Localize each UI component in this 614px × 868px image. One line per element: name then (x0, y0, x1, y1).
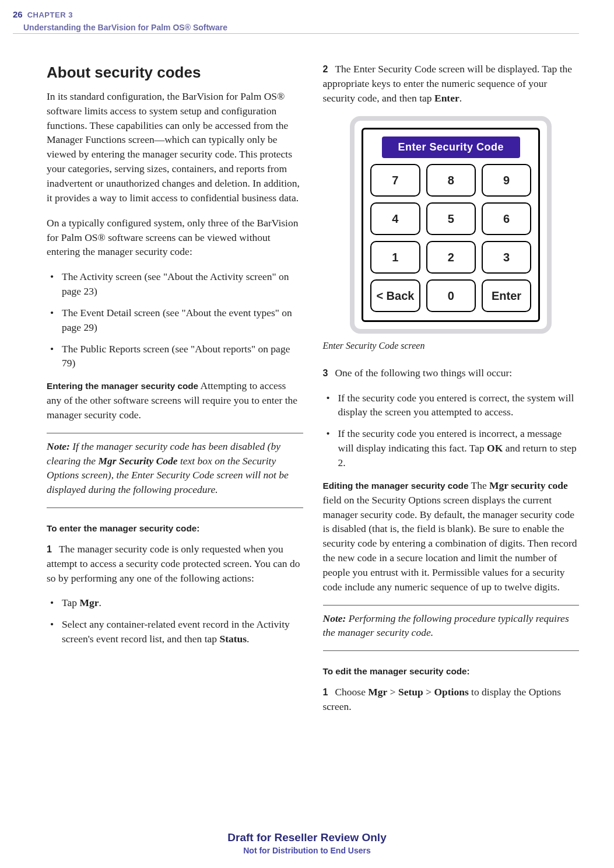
step-number: 1 (323, 687, 328, 697)
bullet-list: The Activity screen (see "About the Acti… (47, 270, 303, 370)
key-5[interactable]: 5 (426, 202, 476, 235)
list-item: The Event Detail screen (see "About the … (47, 306, 303, 335)
right-column: 2The Enter Security Code screen will be … (323, 62, 580, 724)
keypad-title: Enter Security Code (382, 136, 520, 159)
key-1[interactable]: 1 (370, 241, 420, 274)
list-item: Select any container-related event recor… (47, 617, 303, 646)
key-3[interactable]: 3 (482, 241, 531, 274)
list-text: . (247, 633, 249, 645)
list-text: Select any container-related event recor… (62, 618, 290, 645)
body-paragraph: In its standard configuration, the BarVi… (47, 89, 303, 205)
chapter-label: CHAPTER 3 (27, 10, 73, 19)
step-text: One of the following two things will occ… (335, 367, 512, 379)
note-text: Performing the following procedure typic… (323, 612, 569, 639)
note-label: Note: (47, 440, 70, 452)
ui-term: Options (434, 686, 468, 698)
step-number: 2 (323, 64, 328, 74)
note-rule (323, 605, 580, 606)
note-ui-term: Mgr Security Code (98, 455, 177, 467)
ui-term: Mgr (79, 597, 99, 608)
key-0[interactable]: 0 (426, 279, 476, 312)
step-text: . (459, 92, 462, 104)
ui-term: Mgr security code (489, 480, 568, 491)
footer-line-1: Draft for Reseller Review Only (0, 831, 614, 844)
step-paragraph: 1The manager security code is only reque… (47, 542, 303, 586)
step-text: Choose (335, 686, 368, 698)
body-paragraph: On a typically configured system, only t… (47, 216, 303, 260)
footer-line-2: Not for Distribution to End Users (0, 846, 614, 855)
key-8[interactable]: 8 (426, 164, 476, 197)
device-border: Enter Security Code 7 8 9 4 5 6 1 2 3 < … (362, 128, 540, 323)
ui-term: Enter (434, 92, 459, 104)
page-footer: Draft for Reseller Review Only Not for D… (0, 831, 614, 855)
ui-term: Mgr (368, 686, 387, 698)
key-9[interactable]: 9 (482, 164, 531, 197)
list-text: . (99, 597, 101, 608)
page-header: 26 CHAPTER 3 (0, 0, 614, 23)
key-6[interactable]: 6 (482, 202, 531, 235)
bullet-list: If the security code you entered is corr… (323, 391, 580, 470)
step-text: > (423, 686, 434, 698)
key-2[interactable]: 2 (426, 241, 476, 274)
list-item: If the security code you entered is inco… (323, 426, 580, 470)
key-enter[interactable]: Enter (482, 279, 531, 312)
runin-heading: Editing the manager security code (323, 481, 469, 491)
note-rule (47, 433, 303, 433)
ui-term: Setup (398, 686, 423, 698)
runin-body: field on the Security Options screen dis… (323, 494, 577, 593)
key-7[interactable]: 7 (370, 164, 420, 197)
runin-paragraph: Editing the manager security code The Mg… (323, 478, 580, 594)
note-rule (323, 650, 580, 651)
runin-body: The (468, 480, 489, 491)
list-item: The Public Reports screen (see "About re… (47, 342, 303, 371)
bullet-list: Tap Mgr. Select any container-related ev… (47, 596, 303, 646)
step-text: > (387, 686, 398, 698)
key-back[interactable]: < Back (370, 279, 420, 312)
left-column: About security codes In its standard con… (47, 62, 303, 724)
procedure-heading: To edit the manager security code: (323, 665, 580, 678)
keypad: 7 8 9 4 5 6 1 2 3 < Back 0 Enter (370, 164, 531, 312)
ui-term: OK (487, 442, 503, 454)
note-label: Note: (323, 612, 346, 624)
runin-heading: Entering the manager security code (47, 381, 198, 391)
body-columns: About security codes In its standard con… (0, 34, 614, 724)
ui-term: Status (219, 633, 247, 645)
list-text: Tap (62, 597, 79, 608)
note-paragraph: Note: If the manager security code has b… (47, 439, 303, 497)
list-item: If the security code you entered is corr… (323, 391, 580, 420)
note-paragraph: Note: Performing the following procedure… (323, 611, 580, 640)
list-item: The Activity screen (see "About the Acti… (47, 270, 303, 299)
figure-caption: Enter Security Code screen (323, 340, 580, 353)
step-paragraph: 2The Enter Security Code screen will be … (323, 62, 580, 106)
step-number: 3 (323, 368, 328, 378)
key-4[interactable]: 4 (370, 202, 420, 235)
figure: Enter Security Code 7 8 9 4 5 6 1 2 3 < … (323, 116, 580, 334)
page-number: 26 (13, 9, 23, 19)
section-heading: About security codes (47, 62, 303, 83)
step-text: The manager security code is only reques… (47, 543, 300, 584)
step-paragraph: 1Choose Mgr > Setup > Options to display… (323, 685, 580, 714)
step-paragraph: 3One of the following two things will oc… (323, 366, 580, 380)
list-item: Tap Mgr. (47, 596, 303, 610)
runin-paragraph: Entering the manager security code Attem… (47, 379, 303, 422)
device-frame: Enter Security Code 7 8 9 4 5 6 1 2 3 < … (350, 116, 552, 334)
step-number: 1 (47, 544, 52, 554)
note-rule (47, 508, 303, 508)
procedure-heading: To enter the manager security code: (47, 522, 303, 535)
chapter-title: Understanding the BarVision for Palm OS®… (0, 23, 614, 32)
